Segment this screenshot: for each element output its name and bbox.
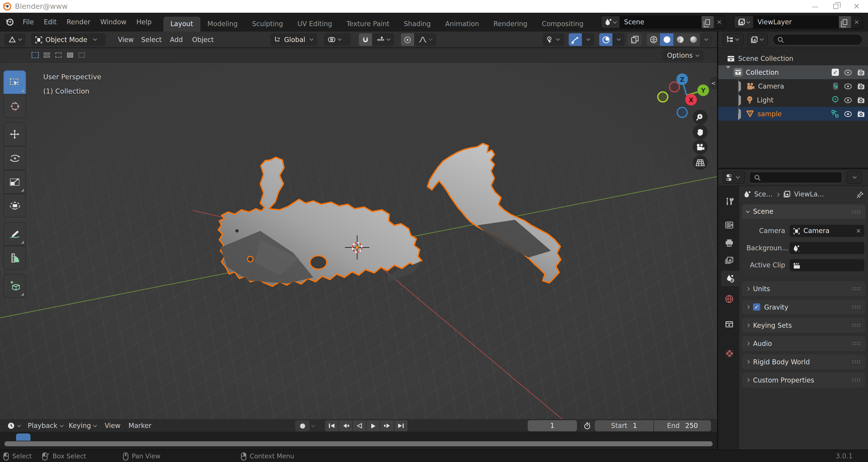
proportional-falloff-dropdown[interactable] (414, 33, 436, 46)
view-layer-copy-button[interactable] (839, 16, 851, 28)
pivot-point-dropdown[interactable] (324, 33, 350, 46)
select-mode-intersect-button[interactable] (77, 51, 86, 59)
tab-layout[interactable]: Layout (163, 17, 200, 32)
options-dropdown[interactable]: Options (662, 50, 704, 61)
tab-view-layer-properties[interactable] (721, 253, 738, 268)
outliner-row-scene-collection[interactable]: Scene Collection (718, 52, 868, 65)
shading-wireframe-button[interactable] (647, 33, 660, 46)
disable-render-icon[interactable] (857, 111, 865, 117)
outliner-display-mode-button[interactable] (747, 33, 768, 46)
sidebar-collapse-arrow[interactable]: < (710, 77, 717, 89)
tab-tool-properties[interactable] (721, 194, 738, 209)
select-mode-extend-button[interactable] (42, 51, 51, 59)
active-clip-field[interactable] (789, 259, 864, 271)
properties-editor-type-button[interactable] (723, 171, 745, 184)
minimize-button[interactable]: — (811, 3, 819, 9)
tab-modeling[interactable]: Modeling (200, 17, 245, 32)
select-mode-new-button[interactable] (30, 51, 40, 59)
tool-scale[interactable] (3, 170, 26, 194)
tab-animation[interactable]: Animation (438, 17, 486, 32)
xray-toggle[interactable] (627, 33, 642, 46)
prev-keyframe-button[interactable] (339, 420, 352, 431)
mode-dropdown[interactable]: Object Mode (31, 33, 106, 46)
pin-icon[interactable] (856, 191, 864, 199)
ortho-toggle-button[interactable] (693, 155, 708, 170)
tool-rotate[interactable] (3, 146, 26, 170)
gravity-checkbox[interactable]: ✓ (753, 304, 760, 311)
menu-select[interactable]: Select (138, 33, 165, 46)
tool-annotate[interactable] (3, 222, 26, 246)
menu-render[interactable]: Render (62, 16, 95, 28)
panel-gravity[interactable]: ✓ Gravity (742, 300, 866, 315)
tab-sculpting[interactable]: Sculpting (245, 17, 290, 32)
scene-panel-header[interactable]: Scene (742, 204, 866, 218)
tab-scene-properties[interactable] (721, 271, 739, 286)
menu-help[interactable]: Help (131, 16, 157, 28)
snap-target-dropdown[interactable] (372, 33, 394, 46)
tool-add-cube[interactable] (3, 274, 26, 298)
tab-world-properties[interactable] (721, 291, 738, 307)
background-scene-field[interactable] (789, 242, 864, 254)
shading-solid-button[interactable] (660, 33, 674, 46)
disable-render-icon[interactable] (857, 69, 865, 75)
tool-transform[interactable] (3, 194, 26, 218)
panel-keying-sets[interactable]: Keying Sets (742, 318, 866, 333)
view-menu[interactable]: View (101, 420, 124, 431)
overlays-dropdown[interactable] (613, 33, 625, 46)
auto-keying-button[interactable] (295, 420, 309, 431)
hide-viewport-icon[interactable] (844, 69, 852, 75)
object-visibility-dropdown[interactable] (543, 33, 564, 46)
tab-rendering[interactable]: Rendering (486, 17, 535, 32)
view-layer-remove-button[interactable]: ✕ (851, 16, 862, 28)
frame-start-field[interactable]: Start 1 (595, 420, 653, 431)
hide-viewport-icon[interactable] (844, 96, 852, 103)
marker-menu[interactable]: Marker (125, 420, 155, 431)
panel-audio[interactable]: Audio (742, 336, 866, 351)
close-button[interactable]: × (853, 2, 861, 11)
scene-copy-button[interactable] (702, 16, 714, 28)
mesh-data-icon[interactable] (831, 110, 839, 118)
shading-dropdown[interactable] (700, 33, 712, 46)
camera-view-button[interactable] (693, 140, 708, 154)
scene-name[interactable]: Scene (620, 16, 702, 28)
tab-texture-properties[interactable] (721, 345, 738, 361)
panel-rigid-body-world[interactable]: Rigid Body World (742, 355, 866, 369)
use-preview-range-button[interactable] (581, 420, 594, 431)
tool-move[interactable] (3, 122, 26, 146)
outliner-search-input[interactable] (772, 34, 863, 45)
light-data-icon[interactable] (832, 96, 839, 104)
tab-object-properties[interactable] (721, 315, 738, 331)
scene-unlink-button[interactable]: ✕ (714, 16, 725, 28)
menu-object[interactable]: Object (189, 33, 217, 46)
proportional-edit-toggle[interactable] (401, 33, 414, 46)
shading-rendered-button[interactable] (687, 33, 700, 46)
menu-file[interactable]: File (18, 16, 39, 28)
camera-data-icon[interactable] (832, 82, 839, 90)
timeline-scrollbar[interactable] (4, 441, 713, 446)
playback-menu[interactable]: Playback (24, 420, 66, 431)
outliner-row-camera[interactable]: Camera (718, 79, 868, 93)
transform-orientation-dropdown[interactable]: Global (270, 33, 317, 46)
next-keyframe-button[interactable] (380, 420, 394, 431)
hide-viewport-icon[interactable] (844, 111, 852, 117)
tab-output-properties[interactable] (721, 235, 738, 250)
editor-type-button[interactable] (4, 33, 26, 46)
view-layer-icon[interactable] (734, 16, 753, 28)
view-layer-name[interactable]: ViewLayer (753, 16, 839, 28)
panel-units[interactable]: Units (742, 281, 866, 296)
shading-material-button[interactable] (673, 33, 687, 46)
select-mode-invert-button[interactable] (65, 51, 75, 59)
editor-separator[interactable] (717, 32, 718, 450)
gizmo-dropdown[interactable] (582, 33, 594, 46)
timeline-editor-type-button[interactable] (3, 420, 25, 431)
camera-clear-button[interactable]: ✕ (856, 227, 861, 235)
navigation-gizmo[interactable]: Z Y X (657, 68, 717, 124)
hide-viewport-icon[interactable] (844, 83, 852, 89)
show-overlays-toggle[interactable] (599, 33, 613, 46)
menu-add[interactable]: Add (167, 33, 186, 46)
select-mode-subtract-button[interactable] (54, 51, 63, 59)
tab-compositing[interactable]: Compositing (534, 17, 591, 32)
menu-window[interactable]: Window (95, 16, 131, 28)
outliner-editor-type-button[interactable] (723, 33, 744, 46)
outliner-row-light[interactable]: Light (718, 93, 868, 107)
